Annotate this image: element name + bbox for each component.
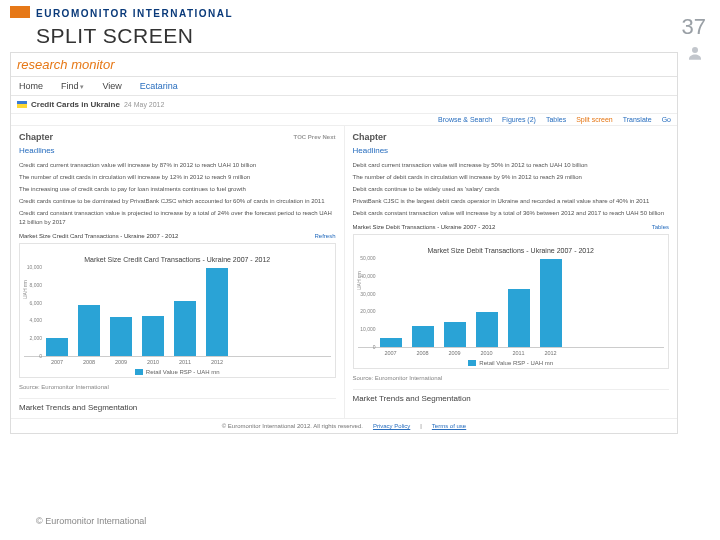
left-bullet: Credit card current transaction value wi…	[19, 161, 336, 170]
right-chart-title: Market Size Debit Transactions - Ukraine…	[358, 247, 665, 254]
footer-copyright: © Euromonitor International 2012. All ri…	[222, 423, 363, 429]
right-headlines-link[interactable]: Headlines	[353, 146, 670, 155]
left-chart-source: Source: Euromonitor International	[19, 384, 336, 390]
tool-tables[interactable]: Tables	[546, 116, 566, 123]
bar	[206, 268, 228, 356]
bar	[110, 317, 132, 356]
x-tick: 2007	[46, 359, 68, 365]
bar	[78, 305, 100, 356]
nav-ecatarina[interactable]: Ecatarina	[140, 81, 178, 91]
x-tick: 2010	[476, 350, 498, 356]
tool-browse-search[interactable]: Browse & Search	[438, 116, 492, 123]
x-tick: 2011	[174, 359, 196, 365]
left-chart-header: Market Size Credit Card Transactions - U…	[19, 233, 178, 239]
bar	[380, 338, 402, 347]
page-title: SPLIT SCREEN	[36, 24, 193, 48]
x-tick: 2012	[540, 350, 562, 356]
accent-bar	[10, 6, 30, 18]
left-chart-legend: Retail Value RSP - UAH mn	[24, 369, 331, 375]
left-chapter-heading: Chapter	[19, 132, 53, 142]
x-tick: 2011	[508, 350, 530, 356]
bar	[508, 289, 530, 347]
left-bullets: Credit card current transaction value wi…	[19, 161, 336, 227]
top-nav: Home Find View Ecatarina	[11, 77, 677, 96]
right-chart-yaxis: 010,00020,00030,00040,00050,000	[358, 258, 378, 347]
app-logo: research monitor	[11, 53, 677, 77]
left-refresh-link[interactable]: Refresh	[314, 233, 335, 239]
right-bullet: The number of debit cards in circulation…	[353, 173, 670, 182]
breadcrumb: Credit Cards in Ukraine 24 May 2012	[11, 96, 677, 114]
bar	[46, 338, 68, 356]
right-chapter-heading: Chapter	[353, 132, 387, 142]
nav-view[interactable]: View	[102, 81, 121, 91]
right-chart-card: Market Size Debit Transactions - Ukraine…	[353, 234, 670, 369]
left-chart-xlabels: 200720082009201020112012	[24, 359, 331, 365]
bar	[142, 316, 164, 356]
tool-split-screen[interactable]: Split screen	[576, 116, 613, 123]
right-bullet: Debit cards continue to be widely used a…	[353, 185, 670, 194]
app-footer: © Euromonitor International 2012. All ri…	[11, 418, 677, 433]
left-bullet: The increasing use of credit cards to pa…	[19, 185, 336, 194]
x-tick: 2008	[412, 350, 434, 356]
right-bar-chart: UAH mn 010,00020,00030,00040,00050,000	[358, 258, 665, 348]
bar	[174, 301, 196, 356]
left-section-heading: Market Trends and Segmentation	[19, 398, 336, 412]
breadcrumb-title: Credit Cards in Ukraine	[31, 100, 120, 109]
right-chart-header: Market Size Debit Transactions - Ukraine…	[353, 224, 496, 230]
bar	[412, 326, 434, 347]
right-bullets: Debit card current transaction value wil…	[353, 161, 670, 218]
split-panes: Chapter TOC Prev Next Headlines Credit c…	[11, 126, 677, 418]
right-bullet: Debit card current transaction value wil…	[353, 161, 670, 170]
x-tick: 2010	[142, 359, 164, 365]
research-monitor-app: research monitor Home Find View Ecatarin…	[10, 52, 678, 434]
brand-label: EUROMONITOR INTERNATIONAL	[36, 8, 233, 19]
breadcrumb-date: 24 May 2012	[124, 101, 164, 108]
left-bullet: The number of credit cards in circulatio…	[19, 173, 336, 182]
footer-privacy-link[interactable]: Privacy Policy	[373, 423, 410, 429]
right-tables-link[interactable]: Tables	[652, 224, 669, 230]
page-number: 37	[682, 14, 706, 40]
x-tick: 2007	[380, 350, 402, 356]
footer-terms-link[interactable]: Terms of use	[432, 423, 466, 429]
x-tick: 2009	[444, 350, 466, 356]
bar	[540, 259, 562, 347]
tool-go[interactable]: Go	[662, 116, 671, 123]
right-chart-legend: Retail Value RSP - UAH mn	[358, 360, 665, 366]
left-pane: Chapter TOC Prev Next Headlines Credit c…	[11, 126, 345, 418]
left-toc-controls[interactable]: TOC Prev Next	[294, 134, 336, 140]
right-pane: Chapter Headlines Debit card current tra…	[345, 126, 678, 418]
left-bullet: Credit card constant transaction value i…	[19, 209, 336, 227]
right-section-heading: Market Trends and Segmentation	[353, 389, 670, 403]
toolbar: Browse & Search Figures (2) Tables Split…	[11, 114, 677, 126]
left-chart-title: Market Size Credit Card Transactions - U…	[24, 256, 331, 263]
bar	[476, 312, 498, 347]
tool-figures[interactable]: Figures (2)	[502, 116, 536, 123]
tool-translate[interactable]: Translate	[623, 116, 652, 123]
slide-bottom-credit: © Euromonitor International	[36, 516, 146, 526]
left-bar-chart: UAH mn 02,0004,0006,0008,00010,000	[24, 267, 331, 357]
ukraine-flag-icon	[17, 101, 27, 108]
left-chart-yaxis: 02,0004,0006,0008,00010,000	[24, 267, 44, 356]
nav-find[interactable]: Find	[61, 81, 84, 91]
nav-home[interactable]: Home	[19, 81, 43, 91]
user-icon	[686, 44, 704, 62]
bar	[444, 322, 466, 347]
left-chart-card: Market Size Credit Card Transactions - U…	[19, 243, 336, 378]
right-bullet: Debit cards constant transaction value w…	[353, 209, 670, 218]
right-chart-source: Source: Euromonitor International	[353, 375, 670, 381]
x-tick: 2008	[78, 359, 100, 365]
left-bullet: Credit cards continue to be dominated by…	[19, 197, 336, 206]
right-chart-xlabels: 200720082009201020112012	[358, 350, 665, 356]
right-bullet: PrivatBank CJSC is the largest debit car…	[353, 197, 670, 206]
x-tick: 2012	[206, 359, 228, 365]
svg-point-0	[692, 47, 698, 53]
left-headlines-link[interactable]: Headlines	[19, 146, 336, 155]
x-tick: 2009	[110, 359, 132, 365]
